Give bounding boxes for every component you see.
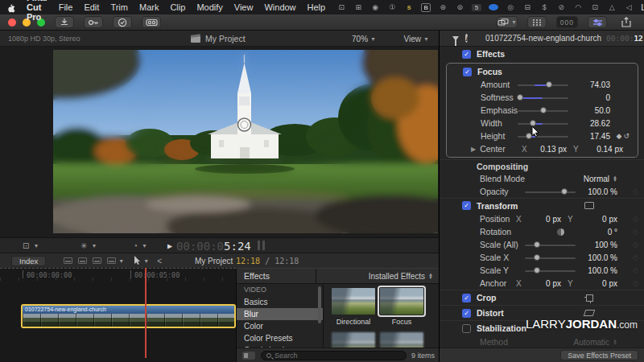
emphasis-value[interactable]: 50.0 [576, 106, 610, 115]
retime-tool-menu[interactable]: ◔▼ [133, 238, 147, 253]
app-menu-final-cut-pro[interactable]: Final Cut Pro [27, 0, 47, 22]
effect-thumb-focus[interactable] [380, 288, 423, 315]
width-slider[interactable] [518, 120, 568, 127]
displays-status-icon[interactable]: ⊟ [522, 3, 532, 11]
effect-thumb-row2-right[interactable] [380, 332, 423, 348]
share-button[interactable] [617, 16, 636, 28]
menubar-user[interactable]: Larry [641, 2, 644, 12]
category-color[interactable]: Color [237, 320, 323, 332]
scale-all-slider[interactable] [525, 241, 576, 249]
apple-icon[interactable] [6, 2, 15, 13]
category-color-presets[interactable]: Color Presets [237, 332, 323, 344]
opera-status-icon[interactable]: ⊚ [455, 3, 464, 11]
softness-slider[interactable] [518, 94, 568, 101]
category-blur-selected[interactable]: Blur [237, 308, 323, 320]
effects-search-field[interactable] [261, 351, 407, 360]
position-x-value[interactable]: 0 px [524, 215, 561, 224]
clip-appearance-icon-2[interactable] [78, 257, 87, 264]
sidebar-toggle-button[interactable] [242, 351, 256, 360]
scale-x-value[interactable]: 100.0 % [584, 253, 617, 262]
anchor-x-value[interactable]: 0 px [524, 279, 561, 288]
airplay-display-icon[interactable]: ⊡ [590, 3, 600, 11]
browser-grid-button[interactable] [527, 16, 547, 28]
clip-appearance-icon-1[interactable] [64, 257, 72, 264]
timeline-clip[interactable]: 010722754-new-england-church [21, 304, 236, 328]
anchor-y-value[interactable]: 0 px [576, 279, 617, 288]
crop-checkbox[interactable]: ✓ [462, 294, 471, 302]
center-disclosure-icon[interactable]: ▶ [471, 146, 476, 153]
menu-help[interactable]: Help [308, 2, 326, 12]
category-basics[interactable]: Basics [237, 296, 323, 308]
menu-clip[interactable]: Clip [170, 2, 185, 12]
shield-badge-icon[interactable]: 5 [472, 4, 481, 11]
window-close-button[interactable] [8, 19, 16, 27]
volume-icon[interactable]: ◁ [624, 3, 634, 11]
clip-appearance-menu[interactable] [107, 257, 116, 264]
background-tasks-button[interactable] [113, 16, 132, 28]
dropbox-icon[interactable]: ⊞ [353, 3, 363, 11]
save-effects-preset-button[interactable]: Save Effects Preset [560, 350, 638, 360]
stabilization-checkbox[interactable]: ✓ [462, 324, 471, 333]
center-x-value[interactable]: 0.13 px [530, 145, 567, 154]
viewer-video-frame[interactable] [53, 50, 438, 233]
distort-checkbox[interactable]: ✓ [462, 309, 471, 318]
eject-icon[interactable]: △ [607, 3, 617, 11]
clip-appearance-icon-3[interactable] [93, 257, 101, 264]
media-import-camera-button[interactable] [142, 16, 161, 28]
blend-mode-popup[interactable]: Normal ▲▼ [584, 175, 617, 183]
rotation-dial[interactable] [557, 228, 564, 236]
search-input[interactable] [275, 352, 401, 360]
menu-mark[interactable]: Mark [139, 2, 159, 12]
time-machine-icon[interactable]: ⊘ [556, 3, 566, 11]
timeline-index-button[interactable]: Index [11, 256, 46, 266]
position-y-value[interactable]: 0 px [576, 215, 617, 224]
amount-value[interactable]: 74.03 [576, 80, 610, 89]
viewer-canvas[interactable] [0, 47, 439, 237]
height-keyframe-reset-icons[interactable]: ◆↺ [610, 132, 631, 140]
width-value[interactable]: 28.62 [576, 119, 610, 128]
camera-status-icon[interactable]: ◉ [370, 3, 380, 11]
skimmer-toggle-icon[interactable]: < [157, 257, 162, 265]
transform-onscreen-icon[interactable] [584, 202, 594, 209]
blue-dot-status-icon[interactable] [489, 4, 498, 10]
menu-edit[interactable]: Edit [84, 2, 99, 12]
transform-crop-tool-menu[interactable]: ⊡▼ [23, 238, 39, 253]
emphasis-slider[interactable] [518, 107, 568, 114]
softness-value[interactable]: 0 [576, 93, 610, 102]
wifi-icon[interactable]: ◠ [573, 3, 583, 11]
filter-inspector-icon[interactable] [452, 36, 459, 41]
focus-checkbox[interactable]: ✓ [463, 68, 472, 76]
play-button[interactable]: ▶ [167, 241, 172, 250]
clip-connect-menu-button[interactable]: ▼ [497, 16, 518, 28]
effect-thumb-directional[interactable] [332, 288, 375, 315]
scale-y-slider[interactable] [525, 267, 576, 274]
scale-x-slider[interactable] [525, 254, 576, 261]
distort-onscreen-icon[interactable] [584, 310, 596, 316]
timeline-ruler[interactable]: 00:00:00:00 00:00:05:00 [0, 268, 236, 281]
screen-recording-icon[interactable]: ⊡ [336, 3, 346, 11]
installed-effects-filter-menu[interactable]: Installed Effects ▲▼ [369, 272, 439, 281]
skitch-icon[interactable]: s [404, 3, 414, 11]
background-tasks-indicator[interactable]: 000 [556, 16, 578, 28]
effects-correction-tool-menu[interactable]: ✳▼ [80, 238, 97, 253]
height-value[interactable]: 17.45 [576, 132, 610, 141]
onepassword-icon[interactable]: ① [387, 3, 397, 11]
rotation-value[interactable]: 0 ° [584, 228, 617, 237]
menu-modify[interactable]: Modify [196, 2, 222, 12]
menu-window[interactable]: Window [264, 2, 295, 12]
currency-status-icon[interactable]: $ [539, 3, 549, 11]
transform-checkbox[interactable]: ✓ [462, 201, 471, 210]
crop-onscreen-icon[interactable] [586, 294, 593, 302]
amount-slider[interactable] [518, 81, 568, 88]
category-list-scrollbar[interactable] [318, 286, 321, 323]
box-sync-icon[interactable]: ⊛ [438, 3, 448, 11]
keyword-editor-button[interactable] [84, 16, 103, 28]
bartender-icon[interactable]: B [421, 3, 431, 12]
opacity-value[interactable]: 100.0 % [584, 187, 617, 196]
playhead[interactable] [145, 268, 147, 358]
info-inspector-icon[interactable]: i [465, 34, 468, 43]
menu-trim[interactable]: Trim [110, 2, 128, 12]
effect-thumb-row2-left[interactable] [332, 332, 375, 348]
opacity-slider[interactable] [525, 188, 576, 195]
scale-all-value[interactable]: 100 % [584, 241, 617, 249]
